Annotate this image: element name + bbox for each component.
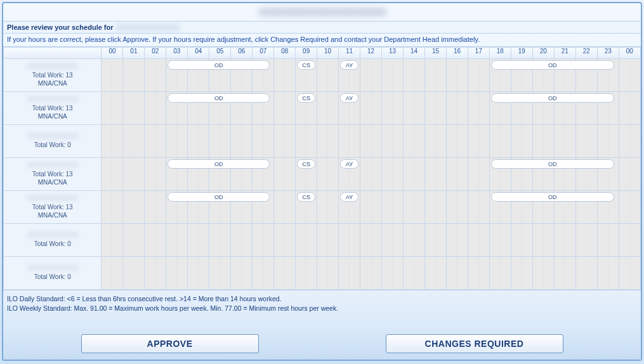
employee-name-redacted bbox=[27, 162, 78, 168]
hour-cell bbox=[317, 191, 339, 224]
hour-cell bbox=[123, 158, 145, 191]
hour-cell bbox=[360, 191, 382, 224]
hour-cell bbox=[102, 191, 123, 224]
hour-cell bbox=[360, 125, 382, 158]
hour-cell bbox=[619, 158, 640, 191]
schedule-grid: 0001020304050607080910111213141516171819… bbox=[3, 47, 641, 290]
row-label-cell: Total Work: 13MNA/CNA bbox=[4, 59, 102, 92]
hour-header-09: 09 bbox=[296, 48, 317, 59]
hour-cell: OD bbox=[489, 191, 511, 224]
hour-header-17: 17 bbox=[468, 48, 489, 59]
hour-cell bbox=[209, 125, 231, 158]
hour-header-16: 16 bbox=[446, 48, 468, 59]
hour-cell bbox=[317, 59, 339, 92]
schedule-row: Total Work: 0 bbox=[4, 257, 641, 290]
hour-cell bbox=[145, 158, 166, 191]
hour-cell bbox=[446, 257, 468, 290]
ilo-weekly-text: ILO Weekly Standard: Max. 91.00 = Maximu… bbox=[7, 304, 637, 313]
schedule-band-ay[interactable]: AY bbox=[340, 159, 358, 169]
hour-header-05: 05 bbox=[209, 48, 231, 59]
hour-cell bbox=[489, 257, 511, 290]
hour-cell bbox=[317, 125, 339, 158]
schedule-band-od[interactable]: OD bbox=[491, 60, 614, 70]
row-total-label: Total Work: 13 bbox=[6, 171, 98, 179]
hour-header-04: 04 bbox=[188, 48, 209, 59]
hour-cell bbox=[274, 224, 296, 257]
window-title-area bbox=[3, 3, 641, 21]
schedule-band-od[interactable]: OD bbox=[168, 192, 270, 202]
changes-required-button[interactable]: CHANGES REQUIRED bbox=[386, 334, 563, 353]
hour-cell bbox=[424, 224, 446, 257]
hour-cell bbox=[489, 224, 511, 257]
hour-cell bbox=[123, 125, 145, 158]
header-label-col bbox=[4, 48, 102, 59]
schedule-band-cs[interactable]: CS bbox=[297, 159, 315, 169]
hour-cell bbox=[511, 257, 532, 290]
hour-header-21: 21 bbox=[554, 48, 575, 59]
hour-cell bbox=[424, 59, 446, 92]
hour-cell bbox=[145, 125, 166, 158]
schedule-band-ay[interactable]: AY bbox=[340, 60, 358, 70]
employee-name-redacted bbox=[27, 133, 78, 139]
hour-cell: OD bbox=[166, 158, 188, 191]
hour-cell bbox=[339, 224, 360, 257]
window-title-redacted bbox=[259, 8, 386, 16]
hour-header-00: 00 bbox=[102, 48, 123, 59]
hour-cell: OD bbox=[166, 92, 188, 125]
hour-cell bbox=[446, 59, 468, 92]
hour-cell bbox=[102, 257, 123, 290]
schedule-band-cs[interactable]: CS bbox=[297, 192, 315, 202]
approve-button[interactable]: APPROVE bbox=[81, 334, 259, 353]
schedule-band-ay[interactable]: AY bbox=[340, 93, 358, 103]
hour-cell bbox=[166, 224, 188, 257]
hour-cell bbox=[231, 257, 253, 290]
schedule-band-ay[interactable]: AY bbox=[340, 192, 358, 202]
hour-cell bbox=[145, 257, 166, 290]
hour-cell bbox=[102, 158, 123, 191]
row-label-cell: Total Work: 13MNA/CNA bbox=[4, 191, 102, 224]
hour-cell: CS bbox=[296, 59, 317, 92]
hour-cell bbox=[188, 125, 209, 158]
employee-name-redacted bbox=[27, 96, 78, 102]
hour-cell bbox=[511, 224, 532, 257]
schedule-band-cs[interactable]: CS bbox=[297, 60, 315, 70]
schedule-band-od[interactable]: OD bbox=[168, 60, 270, 70]
employee-name-redacted bbox=[27, 264, 78, 271]
hour-cell bbox=[296, 257, 317, 290]
hour-cell bbox=[446, 158, 468, 191]
ilo-daily-text: ILO Daily Standard: <6 = Less than 6hrs … bbox=[7, 294, 637, 304]
hour-cell bbox=[446, 125, 468, 158]
hour-cell bbox=[404, 92, 425, 125]
schedule-band-cs[interactable]: CS bbox=[297, 93, 315, 103]
hour-cell: AY bbox=[339, 191, 360, 224]
hour-cell bbox=[102, 224, 123, 257]
hour-cell bbox=[382, 125, 404, 158]
hour-header-12: 12 bbox=[360, 48, 382, 59]
hour-cell bbox=[597, 224, 619, 257]
hour-cell bbox=[468, 191, 489, 224]
hour-cell bbox=[489, 125, 511, 158]
employee-name-redacted bbox=[27, 231, 78, 238]
hour-header-23: 23 bbox=[597, 48, 619, 59]
schedule-band-od[interactable]: OD bbox=[491, 93, 614, 103]
hour-cell bbox=[145, 191, 166, 224]
hour-cell bbox=[123, 92, 145, 125]
hour-cell bbox=[296, 125, 317, 158]
schedule-band-od[interactable]: OD bbox=[491, 192, 614, 202]
hour-cell bbox=[360, 158, 382, 191]
row-total-label: Total Work: 13 bbox=[6, 105, 98, 113]
schedule-band-od[interactable]: OD bbox=[168, 93, 270, 103]
hour-cell bbox=[468, 158, 489, 191]
hour-cell bbox=[619, 92, 640, 125]
hour-cell bbox=[468, 59, 489, 92]
hour-cell bbox=[166, 257, 188, 290]
hour-header-row: 0001020304050607080910111213141516171819… bbox=[4, 48, 641, 59]
row-label-cell: Total Work: 0 bbox=[4, 125, 102, 158]
schedule-band-od[interactable]: OD bbox=[168, 159, 270, 169]
schedule-band-od[interactable]: OD bbox=[491, 159, 614, 169]
hour-header-20: 20 bbox=[532, 48, 554, 59]
hour-cell bbox=[532, 125, 554, 158]
hour-cell bbox=[102, 59, 123, 92]
hour-cell bbox=[382, 257, 404, 290]
row-label-cell: Total Work: 0 bbox=[4, 224, 102, 257]
